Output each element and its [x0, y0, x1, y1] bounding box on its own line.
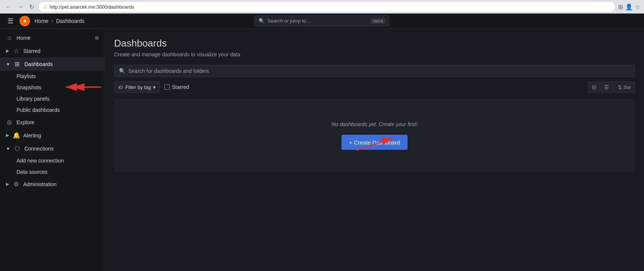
- browser-toolbar-icons: ⊞ 👤 ☆: [618, 3, 640, 11]
- sidebar-add-new-connection-label: Add new connection: [17, 158, 64, 164]
- tag-icon: 🏷: [118, 84, 123, 90]
- search-placeholder-text: Search or jump to...: [268, 18, 310, 24]
- filter-left: 🏷 Filter by tag ▾ Starred: [114, 81, 189, 93]
- sort-label: Sor: [623, 84, 631, 90]
- filter-tag-label: Filter by tag: [125, 84, 151, 90]
- sidebar-item-administration[interactable]: ▶ ⚙ Administration: [0, 178, 105, 191]
- url-text: http://pet.anarckk.me:3000/dashboards: [50, 4, 134, 10]
- sidebar-item-public-dashboards[interactable]: Public dashboards: [0, 104, 105, 116]
- sidebar-alerting-label: Alerting: [23, 132, 41, 139]
- sidebar-playlists-label: Playlists: [17, 73, 36, 79]
- dashboards-icon: ⊞: [14, 60, 21, 68]
- sidebar-data-sources-label: Data sources: [17, 169, 47, 175]
- expand-dashboards-icon: ▼: [6, 62, 10, 66]
- sidebar-administration-label: Administration: [23, 181, 57, 187]
- main-layout: ⌂ Home ⊞ ▶ ☆ Starred ▼ ⊞ Dashboards Play…: [0, 29, 644, 271]
- top-bar-left: ☰ Home > Dashboards: [6, 15, 84, 27]
- breadcrumb: Home > Dashboards: [35, 18, 84, 24]
- expand-administration-icon: ▶: [6, 182, 9, 187]
- sort-icon: ⇅: [618, 84, 622, 90]
- empty-state-text: No dashboards yet. Create your first!: [332, 121, 418, 127]
- connections-icon: ⬡: [14, 145, 21, 152]
- sidebar-snapshots-label: Snapshots: [17, 84, 41, 90]
- sidebar-connections-label: Connections: [24, 146, 54, 152]
- page-title: Dashboards: [114, 38, 635, 49]
- sidebar-item-explore[interactable]: ◎ Explore: [0, 116, 105, 129]
- search-icon-small: 🔍: [119, 68, 125, 74]
- sidebar-item-starred[interactable]: ▶ ☆ Starred: [0, 44, 105, 57]
- extension-icon-2[interactable]: 👤: [625, 3, 633, 11]
- explore-icon: ◎: [6, 119, 13, 126]
- sidebar: ⌂ Home ⊞ ▶ ☆ Starred ▼ ⊞ Dashboards Play…: [0, 29, 105, 271]
- breadcrumb-home[interactable]: Home: [35, 18, 48, 24]
- sidebar-item-home[interactable]: ⌂ Home ⊞: [0, 32, 105, 44]
- folder-view-button[interactable]: ⊟: [588, 81, 600, 93]
- sidebar-item-playlists[interactable]: Playlists: [0, 71, 105, 82]
- sidebar-item-alerting[interactable]: ▶ 🔔 Alerting: [0, 129, 105, 142]
- list-view-button[interactable]: ☰: [601, 81, 613, 93]
- sidebar-item-dashboards[interactable]: ▼ ⊞ Dashboards: [0, 57, 105, 71]
- extension-icon-1[interactable]: ⊞: [618, 3, 623, 11]
- sidebar-item-snapshots[interactable]: Snapshots: [0, 82, 105, 93]
- breadcrumb-current: Dashboards: [56, 18, 85, 24]
- bookmark-icon[interactable]: ☆: [635, 3, 640, 11]
- dashboard-search-row: 🔍 Search for dashboards and folders: [114, 65, 635, 77]
- filter-row: 🏷 Filter by tag ▾ Starred ⊟ ☰ ⇅ Sor: [114, 81, 635, 93]
- sidebar-library-panels-label: Library panels: [17, 96, 50, 102]
- grafana-logo[interactable]: [20, 16, 30, 26]
- search-shortcut-badge: ctrl+k: [371, 18, 385, 24]
- page-subtitle: Create and manage dashboards to visualiz…: [114, 51, 635, 57]
- forward-button[interactable]: →: [16, 2, 25, 12]
- view-toggle-buttons: ⊟ ☰ ⇅ Sor: [588, 81, 635, 93]
- sidebar-home-label: Home: [17, 35, 30, 41]
- alerting-icon: 🔔: [13, 132, 20, 139]
- administration-icon: ⚙: [13, 181, 20, 188]
- svg-point-1: [24, 20, 26, 22]
- dashboard-search-input[interactable]: 🔍 Search for dashboards and folders: [114, 65, 635, 77]
- browser-chrome: ← → ↻ ⚠ http://pet.anarckk.me:3000/dashb…: [0, 0, 644, 14]
- global-search-bar[interactable]: 🔍 Search or jump to... ctrl+k: [254, 15, 390, 27]
- layout-icon: ⊞: [95, 35, 99, 41]
- address-bar[interactable]: ⚠ http://pet.anarckk.me:3000/dashboards: [39, 2, 615, 12]
- sort-button[interactable]: ⇅ Sor: [614, 81, 635, 93]
- menu-toggle-button[interactable]: ☰: [6, 15, 15, 27]
- expand-alerting-icon: ▶: [6, 133, 9, 138]
- back-button[interactable]: ←: [4, 2, 13, 12]
- sidebar-item-connections[interactable]: ▼ ⬡ Connections: [0, 142, 105, 155]
- starred-filter-text: Starred: [172, 84, 189, 90]
- security-warning-icon: ⚠: [43, 4, 47, 9]
- search-input-placeholder: Search for dashboards and folders: [128, 68, 209, 74]
- top-bar: ☰ Home > Dashboards 🔍 Search or jump to.…: [0, 14, 644, 29]
- sidebar-explore-label: Explore: [17, 119, 34, 125]
- sidebar-item-data-sources[interactable]: Data sources: [0, 166, 105, 178]
- sidebar-public-dashboards-label: Public dashboards: [17, 107, 60, 113]
- breadcrumb-separator: >: [51, 18, 54, 24]
- sidebar-starred-label: Starred: [23, 48, 41, 54]
- main-content: Dashboards Create and manage dashboards …: [105, 29, 644, 271]
- dropdown-icon: ▾: [153, 84, 156, 90]
- starred-checkbox[interactable]: [164, 84, 170, 90]
- reload-button[interactable]: ↻: [28, 2, 36, 12]
- sidebar-item-add-new-connection[interactable]: Add new connection: [0, 155, 105, 166]
- empty-state-container: No dashboards yet. Create your first! + …: [114, 99, 635, 172]
- starred-filter-label[interactable]: Starred: [164, 84, 189, 90]
- sidebar-item-library-panels[interactable]: Library panels: [0, 93, 105, 104]
- search-icon: 🔍: [259, 18, 265, 24]
- filter-by-tag-button[interactable]: 🏷 Filter by tag ▾: [114, 81, 160, 93]
- home-icon: ⌂: [6, 35, 13, 41]
- sidebar-dashboards-label: Dashboards: [24, 61, 53, 67]
- star-icon: ☆: [13, 47, 20, 54]
- create-dashboard-button[interactable]: + Create Dashboard: [342, 135, 408, 150]
- expand-starred-icon: ▶: [6, 48, 9, 53]
- expand-connections-icon: ▼: [6, 146, 10, 151]
